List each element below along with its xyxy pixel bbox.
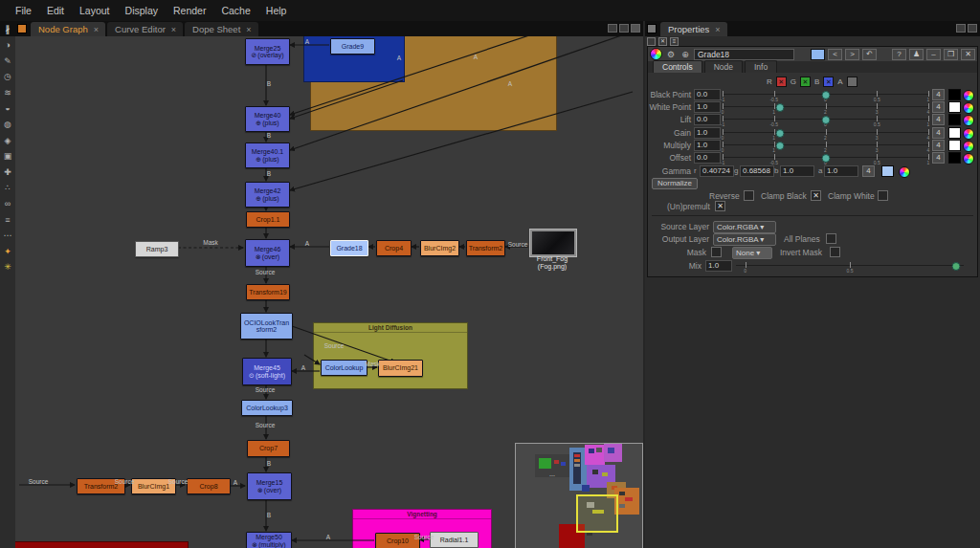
slider-handle[interactable] [776, 142, 785, 150]
channel-b-checkbox[interactable]: ✕ [823, 77, 834, 87]
bin-check-icon[interactable]: ✕ [658, 37, 667, 46]
time-icon[interactable]: ◷ [2, 71, 14, 82]
minimize-icon[interactable]: – [926, 49, 941, 60]
gamma-color-swatch[interactable] [881, 165, 894, 177]
white-point-color-swatch[interactable] [948, 101, 961, 113]
pane-close-icon[interactable] [631, 24, 640, 33]
channel-g-checkbox[interactable]: ✕ [800, 77, 811, 87]
multiply-color-swatch[interactable] [948, 140, 961, 151]
slider-handle[interactable] [776, 103, 785, 112]
mask-checkbox[interactable] [711, 247, 722, 257]
node-grade18[interactable]: Grade18 [330, 240, 368, 256]
black-point-value-field[interactable]: 0.0 [694, 89, 721, 100]
menu-cache[interactable]: Cache [213, 3, 257, 18]
invert-mask-checkbox[interactable] [830, 247, 840, 257]
node-merge25[interactable]: Merge25⊘(overlay) [245, 38, 290, 65]
close-icon[interactable]: × [94, 25, 99, 34]
node-blurcimg2[interactable]: BlurCImg2 [420, 240, 459, 256]
white-point-slider[interactable]: 01234 [723, 101, 928, 114]
pane-menu-icon[interactable] [647, 24, 657, 33]
tab-curve-editor[interactable]: Curve Editor× [107, 22, 183, 36]
node-radial1-1[interactable]: Radial1.1 [430, 532, 479, 548]
expand-channels-button[interactable]: 4 [932, 101, 945, 113]
expand-channels-button[interactable]: 4 [932, 89, 945, 100]
deep-icon[interactable]: ≡ [2, 214, 14, 226]
node-blurcimg21[interactable]: BlurCImg21 [378, 360, 423, 377]
gamma-a-field[interactable]: 1.0 [824, 165, 858, 177]
expand-channels-button[interactable]: 4 [932, 140, 945, 151]
node-ociolooktransform2[interactable]: OCIOLookTransform2 [240, 313, 293, 340]
image-icon[interactable]: ◑ [2, 39, 14, 51]
maximize-icon[interactable]: ❒ [944, 49, 958, 60]
lift-slider[interactable]: -1-0.500.51 [723, 114, 928, 126]
prev-node-button[interactable]: < [828, 49, 842, 60]
views-icon[interactable]: ∞ [2, 198, 14, 209]
multiply-slider[interactable]: 01234 [723, 140, 928, 152]
reverse-checkbox[interactable] [744, 190, 754, 201]
expand-channels-button[interactable]: 4 [932, 127, 945, 139]
node-merge15[interactable]: Merge15⊗(over) [247, 472, 292, 500]
merge-icon[interactable]: ▣ [2, 150, 14, 162]
tab-node[interactable]: Node [704, 60, 743, 73]
node-front-fog[interactable] [529, 229, 577, 257]
node-merge40-1[interactable]: Merge40.1⊕(plus) [245, 142, 290, 168]
normalize-button[interactable]: Normalize [652, 178, 698, 189]
pane-menu-icon[interactable] [17, 24, 27, 33]
gain-slider[interactable]: 01234 [723, 127, 928, 140]
filter-icon[interactable]: ◍ [2, 119, 14, 130]
transform-icon[interactable]: ✚ [2, 166, 14, 178]
node-colorlookup[interactable]: ColorLookup [321, 360, 368, 376]
node-graph-canvas[interactable]: Light DiffusionVignetting Merge25⊘(overl… [15, 36, 643, 548]
pane-close-icon[interactable] [968, 24, 977, 33]
gain-color-swatch[interactable] [948, 127, 961, 139]
output-layer-dropdown[interactable]: Color.RGBA ▾ [713, 233, 776, 246]
color-wheel-icon[interactable] [899, 166, 910, 178]
color-wheel-icon[interactable] [963, 115, 974, 126]
close-icon[interactable]: × [171, 25, 176, 34]
revert-icon[interactable]: ↶ [862, 49, 877, 60]
menu-render[interactable]: Render [166, 3, 213, 18]
close-icon[interactable]: × [715, 25, 720, 34]
3d-icon[interactable]: ∴ [2, 182, 14, 193]
minimap-viewport[interactable] [576, 494, 618, 533]
expand-channels-button[interactable]: 4 [932, 152, 945, 164]
menu-display[interactable]: Display [118, 3, 166, 18]
close-icon[interactable]: ✕ [961, 49, 975, 60]
node-name-field[interactable]: Grade18 [694, 49, 794, 60]
tab-info[interactable]: Info [745, 60, 777, 73]
node-crop7[interactable]: Crop7 [247, 440, 290, 457]
black-point-color-swatch[interactable] [948, 89, 961, 100]
color-wheel-icon[interactable] [963, 128, 974, 140]
color-wheel-icon[interactable] [650, 48, 662, 60]
color-wheel-icon[interactable] [963, 153, 974, 164]
source-layer-dropdown[interactable]: Color.RGBA ▾ [713, 221, 776, 233]
tab-controls[interactable]: Controls [653, 60, 702, 73]
multiply-value-field[interactable]: 1.0 [694, 140, 721, 151]
other-icon[interactable]: ⋯ [2, 230, 14, 241]
node-crop4[interactable]: Crop4 [376, 240, 412, 256]
tab-properties[interactable]: Properties × [660, 22, 727, 36]
node-transform19[interactable]: Transform19 [246, 284, 290, 300]
node-merge40[interactable]: Merge40⊕(plus) [245, 106, 290, 132]
node-graph-minimap[interactable]: ... [515, 443, 643, 548]
node-transform2[interactable]: Transform2 [466, 240, 505, 256]
close-icon[interactable]: × [246, 25, 251, 34]
tab-node-graph[interactable]: Node Graph× [31, 22, 105, 36]
unpremult-checkbox[interactable]: ✕ [715, 201, 725, 211]
channel-r-checkbox[interactable]: ✕ [776, 77, 787, 87]
expand-channels-button[interactable]: 4 [932, 114, 945, 125]
center-node-icon[interactable]: ⊕ [679, 50, 691, 59]
node-crop1-1[interactable]: Crop1.1 [246, 211, 290, 228]
user-icon[interactable]: ♟ [909, 49, 924, 60]
menu-edit[interactable]: Edit [39, 3, 72, 18]
slider-handle[interactable] [821, 116, 830, 124]
channel-a-checkbox[interactable] [847, 77, 858, 87]
slider-handle[interactable] [776, 129, 785, 138]
white-point-value-field[interactable]: 1.0 [694, 101, 721, 113]
gamma-expand-button[interactable]: 4 [862, 165, 875, 177]
slider-handle[interactable] [821, 91, 830, 99]
gain-value-field[interactable]: 1.0 [694, 127, 721, 139]
offset-color-swatch[interactable] [948, 152, 961, 164]
pane-float-icon[interactable] [956, 24, 966, 33]
offset-slider[interactable]: -1-0.500.51 [723, 152, 928, 164]
